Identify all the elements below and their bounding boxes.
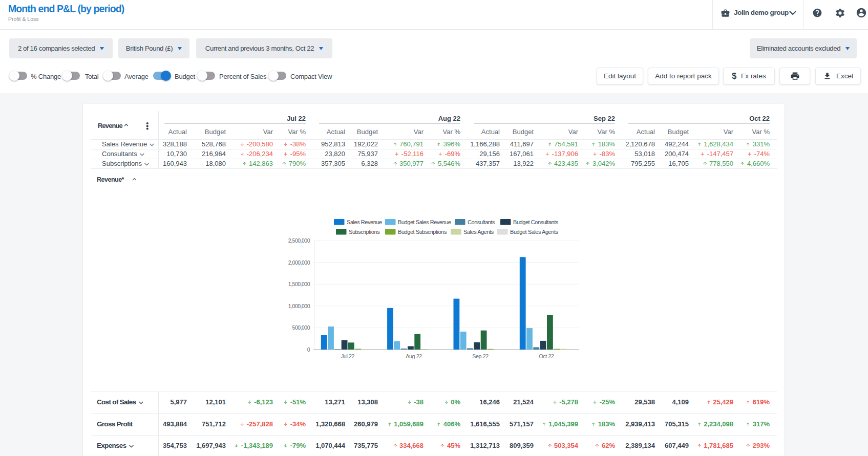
svg-text:Subscriptions: Subscriptions [349, 229, 380, 235]
svg-text:1,000,000: 1,000,000 [288, 303, 310, 309]
svg-text:Aug 22: Aug 22 [406, 353, 422, 359]
svg-text:0: 0 [307, 346, 310, 353]
svg-text:Budget Sales Revenue: Budget Sales Revenue [398, 219, 451, 225]
svg-text:Jul 22: Jul 22 [341, 353, 355, 359]
svg-text:Sep 22: Sep 22 [472, 353, 489, 359]
svg-text:2,000,000: 2,000,000 [288, 259, 310, 266]
svg-text:2,500,000: 2,500,000 [288, 237, 310, 244]
svg-text:Oct 22: Oct 22 [539, 353, 554, 359]
svg-text:500,000: 500,000 [292, 324, 310, 331]
svg-text:Sales Revenue: Sales Revenue [347, 219, 382, 225]
svg-text:Sales Agents: Sales Agents [463, 229, 494, 235]
svg-text:Budget Sales Agents: Budget Sales Agents [510, 229, 559, 235]
svg-text:Budget Consultants: Budget Consultants [513, 219, 559, 225]
svg-text:Budget Subscriptions: Budget Subscriptions [398, 229, 447, 235]
svg-text:Consultants: Consultants [468, 219, 495, 225]
svg-text:1,500,000: 1,500,000 [288, 281, 310, 287]
